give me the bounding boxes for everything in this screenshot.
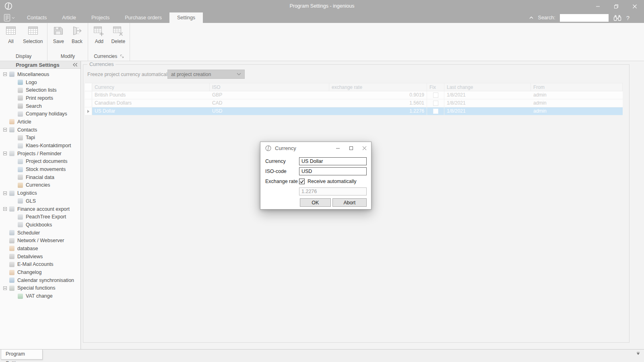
back-button[interactable]: Back [69, 25, 85, 45]
freeze-currency-dropdown[interactable]: at project creation [167, 70, 245, 79]
tab-projects[interactable]: Projects [84, 12, 117, 23]
minimize-button[interactable] [588, 0, 607, 12]
tab-contacts[interactable]: Contacts [19, 12, 54, 23]
sidebar-item-projects-reminder[interactable]: Projects / Reminder [0, 150, 80, 158]
sidebar-item-vat-change[interactable]: VAT change [0, 292, 80, 300]
restore-button[interactable] [607, 0, 625, 12]
iso-code-field-input[interactable] [299, 167, 367, 175]
column-header-fix[interactable]: Fix [427, 83, 444, 91]
phone-icon [18, 135, 23, 140]
fix-checkbox[interactable] [433, 93, 438, 98]
search-input[interactable] [560, 14, 609, 22]
column-header-from[interactable]: From [531, 83, 623, 91]
sidebar-item-label: Currencies [26, 182, 50, 188]
sidebar-item-special-functions[interactable]: Special functions [0, 284, 80, 292]
sidebar-item-logo[interactable]: Logo [0, 78, 80, 86]
ribbon-tab-row: ContactsArticleProjectsPurchase ordersSe… [0, 12, 644, 23]
sidebar-item-print-reports[interactable]: Print reports [0, 94, 80, 102]
grid-icon [18, 88, 23, 93]
sidebar-item-tapi[interactable]: Tapi [0, 134, 80, 142]
row-selector-cell[interactable] [85, 91, 92, 99]
abort-button[interactable]: Abort [332, 198, 367, 207]
cell-currency: Canadian Dollars [92, 99, 210, 107]
collapse-toggle-icon[interactable] [3, 191, 7, 195]
binoculars-icon[interactable] [613, 14, 622, 22]
sidebar-item-database[interactable]: database [0, 245, 80, 253]
tab-settings[interactable]: Settings [169, 12, 203, 23]
sidebar-item-company-holidays[interactable]: Company holidays [0, 110, 80, 118]
sidebar-item-selection-lists[interactable]: Selection lists [0, 86, 80, 94]
save-button[interactable]: Save [51, 25, 66, 45]
sidebar-item-gls[interactable]: GLS [0, 197, 80, 205]
table-grid-icon [5, 25, 17, 38]
selection-button[interactable]: Selection [22, 25, 44, 45]
row-selector-cell[interactable] [85, 107, 92, 115]
sidebar-item-quickbooks[interactable]: Quickbooks [0, 221, 80, 229]
help-icon[interactable]: ? [626, 14, 630, 21]
collapse-toggle-icon[interactable] [3, 72, 7, 76]
sidebar-item-e-mail-accounts[interactable]: E-Mail Accounts [0, 261, 80, 269]
sidebar-item-currencies[interactable]: Currencies [0, 181, 80, 189]
currency-field-label: Currency [265, 158, 299, 164]
dialog-titlebar[interactable]: Currency [260, 142, 371, 154]
collapse-toggle-icon[interactable] [3, 128, 7, 132]
ribbon-group-currencies: AddDeleteCurrencies [88, 23, 130, 61]
tab-strip: ContactsArticleProjectsPurchase ordersSe… [19, 12, 203, 23]
sidebar-item-network-webserver[interactable]: Network / Webserver [0, 237, 80, 245]
currency-field-input[interactable] [299, 157, 367, 165]
sidebar-item-changelog[interactable]: Changelog [0, 268, 80, 276]
sidebar-item-miscellaneous[interactable]: Miscellaneous [0, 70, 80, 78]
column-header-currency[interactable]: Currency [92, 83, 210, 91]
application-menu-button[interactable] [4, 14, 15, 22]
dialog-title: Currency [275, 145, 296, 151]
column-header-exchange-rate[interactable]: exchange rate [329, 83, 427, 91]
collapse-sidebar-icon[interactable] [72, 63, 78, 67]
dialog-launcher-icon[interactable] [120, 54, 124, 58]
sidebar-item-finance-account-export[interactable]: Finance account export [0, 205, 80, 213]
sidebar-item-project-documents[interactable]: Project documents [0, 158, 80, 166]
table-row-us-dollar[interactable]: US DollarUSD1.22761/8/2021admin [85, 107, 623, 115]
sidebar-item-klaes-kontaktimport[interactable]: Klaes-Kontaktimport [0, 142, 80, 150]
sidebar-item-calendar-synchronisation[interactable]: Calendar synchronisation [0, 276, 80, 284]
sidebar-item-stock-movements[interactable]: Stock movements [0, 165, 80, 173]
collapse-toggle-icon[interactable] [3, 152, 7, 155]
row-selector-cell[interactable] [85, 99, 92, 107]
delete-button[interactable]: Delete [110, 25, 126, 45]
column-header-iso[interactable]: ISO [210, 83, 329, 91]
collapse-ribbon-icon[interactable] [529, 16, 534, 19]
sidebar-item-article[interactable]: Article [0, 118, 80, 126]
fix-checkbox[interactable] [433, 101, 438, 106]
globe-truck-icon [18, 198, 23, 204]
table-row-british-pounds[interactable]: British PoundsGBP0.90191/8/2021admin [85, 91, 623, 99]
ok-button[interactable]: OK [300, 198, 331, 207]
add-button[interactable]: Add [91, 25, 107, 45]
sidebar-item-contacts[interactable]: Contacts [0, 126, 80, 134]
ribbon-group-caption: Modify [51, 52, 85, 60]
close-button[interactable] [625, 0, 644, 12]
column-header-last-change[interactable]: Last change [444, 83, 531, 91]
bottom-tab-program-settings[interactable]: Program Settings [1, 350, 43, 360]
collapse-toggle-icon[interactable] [3, 207, 7, 211]
button-label: Save [53, 39, 64, 44]
titlebar: Program Settings - ingenious [0, 0, 644, 12]
sidebar-item-logistics[interactable]: Logistics [0, 189, 80, 197]
tab-article[interactable]: Article [54, 12, 84, 23]
dialog-minimize-button[interactable] [331, 142, 345, 154]
cell-fix [427, 107, 444, 115]
sidebar-item-scheduler[interactable]: Scheduler [0, 229, 80, 237]
fix-checkbox[interactable] [433, 109, 438, 114]
tab-purchase-orders[interactable]: Purchase orders [117, 12, 169, 23]
sidebar-item-finacial-data[interactable]: Finacial data [0, 173, 80, 181]
dialog-maximize-button[interactable] [345, 142, 358, 154]
receive-automatically-checkbox[interactable] [299, 179, 305, 184]
binoculars-icon [18, 103, 23, 109]
sidebar-item-search[interactable]: Search [0, 102, 80, 110]
sidebar-item-peachtree-export[interactable]: PeachTree Export [0, 213, 80, 221]
sidebar-item-detailviews[interactable]: Detailviews [0, 253, 80, 261]
all-button[interactable]: All [3, 25, 19, 45]
dropdown-arrow-icon[interactable] [636, 352, 640, 355]
collapse-toggle-icon[interactable] [3, 286, 7, 290]
dialog-close-button[interactable] [358, 142, 371, 154]
table-row-canadian-dollars[interactable]: Canadian DollarsCAD1.56011/8/2021admin [85, 99, 623, 107]
cell-iso: GBP [210, 91, 329, 99]
